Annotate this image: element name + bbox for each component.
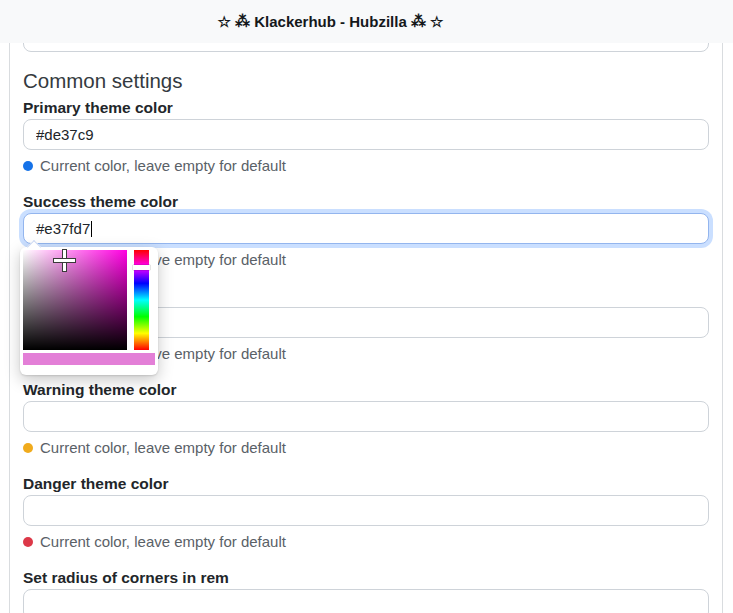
settings-panel: Common settings Primary theme color Curr… (9, 43, 723, 613)
warning-color-input[interactable] (23, 401, 709, 432)
danger-color-label: Danger theme color (23, 476, 709, 492)
top-navbar: ☆ ⁂ Klackerhub - Hubzilla ⁂ ☆ (0, 0, 733, 43)
primary-color-dot (23, 161, 33, 171)
color-picker-popup (20, 247, 158, 375)
hue-strip[interactable] (134, 250, 149, 350)
warning-color-label: Warning theme color (23, 382, 709, 398)
current-color-preview-bar (23, 353, 155, 365)
field-group-danger: Danger theme color Current color, leave … (23, 476, 709, 550)
primary-current-color-row: Current color, leave empty for default (23, 158, 709, 174)
success-color-input[interactable]: #e37fd7 (23, 213, 709, 244)
danger-hint-text: Current color, leave empty for default (40, 534, 286, 550)
warning-color-dot (23, 443, 33, 453)
picker-crosshair-cursor[interactable] (54, 250, 75, 271)
warning-hint-text: Current color, leave empty for default (40, 440, 286, 456)
warning-current-color-row: Current color, leave empty for default (23, 440, 709, 456)
danger-color-input[interactable] (23, 495, 709, 526)
primary-hint-text: Current color, leave empty for default (40, 158, 286, 174)
danger-color-dot (23, 537, 33, 547)
field-group-radius: Set radius of corners in rem (23, 570, 709, 613)
primary-color-label: Primary theme color (23, 100, 709, 116)
corner-radius-input[interactable] (23, 589, 709, 613)
field-group-primary: Primary theme color Current color, leave… (23, 100, 709, 174)
corner-radius-label: Set radius of corners in rem (23, 570, 709, 586)
saturation-value-square[interactable] (23, 250, 127, 350)
primary-color-input[interactable] (23, 119, 709, 150)
site-title: ☆ ⁂ Klackerhub - Hubzilla ⁂ ☆ (217, 13, 443, 31)
success-color-label: Success theme color (23, 194, 709, 210)
field-group-warning: Warning theme color Current color, leave… (23, 382, 709, 456)
field-group-success: Success theme color #e37fd7 Current colo… (23, 194, 709, 268)
danger-current-color-row: Current color, leave empty for default (23, 534, 709, 550)
success-color-value: #e37fd7 (36, 220, 90, 237)
hue-slider-handle[interactable] (133, 265, 150, 270)
text-caret (91, 221, 92, 237)
